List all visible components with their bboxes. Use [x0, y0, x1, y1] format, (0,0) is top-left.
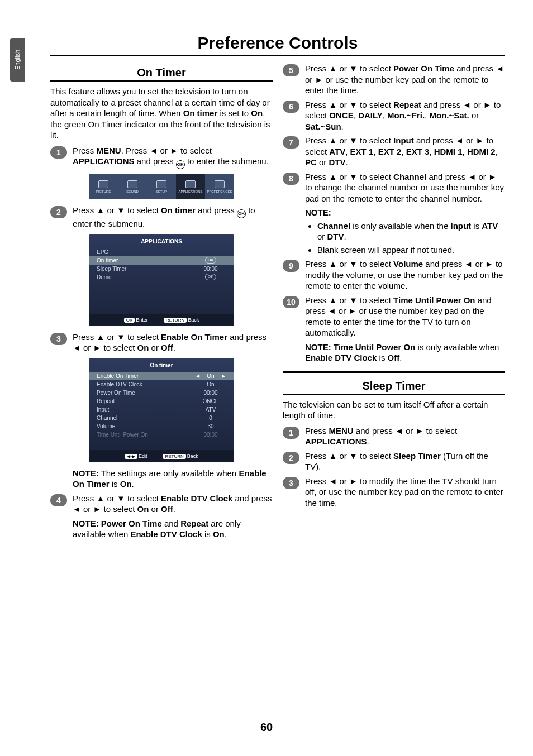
step-badge-7: 7: [283, 136, 299, 149]
language-tab: English: [10, 38, 25, 82]
page-number: 60: [0, 721, 533, 734]
on-timer-panel: On timerEnable On Timer◀On▶Enable DTV Cl…: [89, 358, 234, 462]
step-6: Press ▲ or ▼ to select Repeat and press …: [305, 99, 505, 132]
step-2: Press ▲ or ▼ to select On timer and pres…: [73, 205, 273, 229]
step-badge-9: 9: [283, 260, 299, 272]
left-column: On Timer This feature allows you to set …: [50, 63, 273, 543]
step-5: Press ▲ or ▼ to select Power On Time and…: [305, 63, 505, 96]
step-badge-4: 4: [50, 494, 67, 506]
step-badge-5: 5: [283, 64, 299, 76]
step-badge-8: 8: [283, 173, 299, 185]
step-10: Press ▲ or ▼ to select Time Until Power …: [305, 295, 505, 363]
right-column: 5 Press ▲ or ▼ to select Power On Time a…: [283, 63, 505, 543]
menu-cell-applications: APPLICATIONS: [176, 174, 205, 199]
menu-cell-setup: SETUP: [147, 174, 176, 199]
section-rule: [50, 80, 273, 82]
sleep-step-1: Press MENU and press ◄ or ► to select AP…: [305, 425, 505, 447]
title-rule: [50, 55, 505, 56]
note-bullet-1: Channel is only available when the Input…: [317, 221, 505, 242]
section-on-timer: On Timer: [50, 66, 273, 79]
step-4-note: NOTE: Power On Time and Repeat are only …: [73, 518, 273, 540]
step-3-note: NOTE: The settings are only available wh…: [73, 468, 273, 490]
sleep-step-3: Press ◄ or ► to modify the time the TV s…: [305, 476, 505, 509]
menu-cell-sound: SOUND: [118, 174, 147, 199]
sleep-step-2: Press ▲ or ▼ to select Sleep Timer (Turn…: [305, 451, 505, 472]
channel-note: NOTE: Channel is only available when the…: [305, 207, 505, 255]
step-badge-3: 3: [50, 333, 67, 345]
sleep-step-badge-3: 3: [283, 477, 299, 489]
sleep-step-badge-1: 1: [283, 427, 299, 439]
step-10-note: NOTE: Time Until Power On is only availa…: [305, 342, 505, 363]
step-badge-6: 6: [283, 101, 299, 113]
note-bullet-2: Blank screen will appear if not tuned.: [317, 245, 505, 256]
divider: [283, 371, 505, 373]
step-7: Press ▲ or ▼ to select Input and press ◄…: [305, 135, 505, 168]
step-4: Press ▲ or ▼ to select Enable DTV Clock …: [73, 493, 273, 540]
menu-cell-preferences: PREFERENCES: [205, 174, 234, 199]
applications-panel: APPLICATIONSEPGOn timerOKSleep Timer00:0…: [89, 234, 234, 326]
sleep-step-badge-2: 2: [283, 452, 299, 464]
menu-strip-image: PICTURESOUNDSETUPAPPLICATIONSPREFERENCES: [89, 174, 234, 199]
sleep-timer-lead: The television can be set to turn itself…: [283, 399, 505, 421]
step-8: Press ▲ or ▼ to select Channel and press…: [305, 171, 505, 204]
step-badge-1: 1: [50, 146, 67, 159]
section-rule-2: [283, 394, 505, 395]
menu-cell-picture: PICTURE: [89, 174, 118, 199]
page-title: Preference Controls: [50, 34, 505, 52]
step-1: Press MENU. Press ◄ or ► to select APPLI…: [73, 145, 273, 170]
step-badge-10: 10: [283, 296, 299, 308]
on-timer-lead: This feature allows you to set the telev…: [50, 86, 273, 141]
step-3: Press ▲ or ▼ to select Enable On Timer a…: [73, 332, 273, 353]
step-badge-2: 2: [50, 206, 67, 218]
section-sleep-timer: Sleep Timer: [283, 380, 505, 393]
step-9: Press ▲ or ▼ to select Volume and press …: [305, 259, 505, 291]
